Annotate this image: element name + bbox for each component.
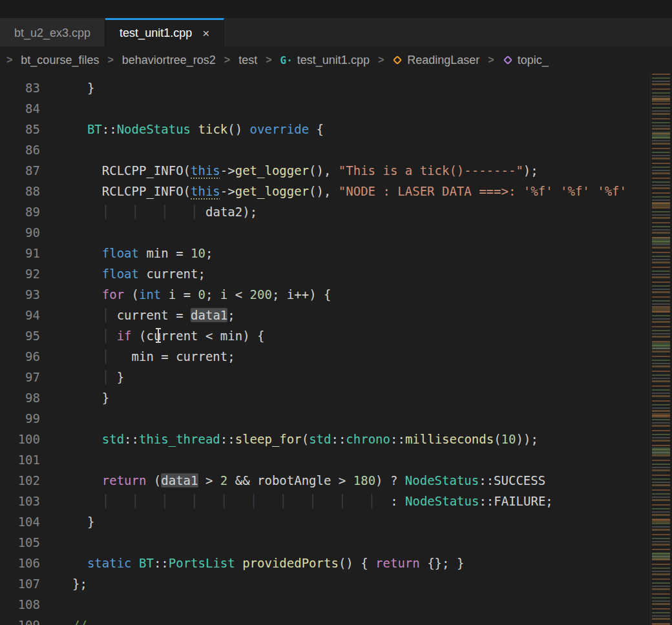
code-token: i =	[161, 287, 198, 302]
line-number[interactable]: 90	[0, 222, 40, 243]
line-number[interactable]: 102	[0, 470, 40, 491]
code-token: float	[102, 246, 139, 260]
line-number[interactable]: 100	[0, 429, 40, 449]
indent-guide: │	[102, 308, 109, 322]
line-number[interactable]: 92	[0, 263, 40, 284]
code-line[interactable]: 83 }	[0, 77, 650, 98]
code-token: ->	[220, 163, 235, 178]
line-number[interactable]: 106	[0, 553, 40, 573]
line-number[interactable]: 98	[0, 387, 40, 408]
code-line[interactable]: 93 for (int i = 0; i < 200; i++) {	[0, 284, 650, 305]
breadcrumb-item-test[interactable]: test	[238, 54, 257, 67]
line-number[interactable]: 87	[0, 160, 40, 181]
line-number[interactable]: 101	[0, 449, 40, 470]
line-number[interactable]: 85	[0, 119, 40, 139]
line-number[interactable]: 104	[0, 511, 40, 532]
line-number[interactable]: 103	[0, 491, 40, 511]
code-line[interactable]: 87 RCLCPP_INFO(this->get_logger(), "This…	[0, 160, 650, 181]
line-number[interactable]: 95	[0, 325, 40, 346]
chevron-right-icon: >	[266, 54, 271, 66]
code-token: );	[523, 163, 538, 178]
code-line[interactable]: 100 std::this_thread::sleep_for(std::chr…	[0, 429, 650, 449]
code-line[interactable]: 91 float min = 10;	[0, 243, 650, 263]
minimap[interactable]	[650, 74, 672, 625]
line-number[interactable]: 84	[0, 98, 40, 119]
code-line[interactable]: 98 }	[0, 387, 650, 408]
code-line[interactable]: 90	[0, 222, 650, 243]
code-line[interactable]: 102 return (data1 > 2 && robotAngle > 18…	[0, 470, 650, 491]
code-token: "NODE : LASER DATA ===>: '%f' '%f' '%f'	[339, 184, 627, 198]
code-token: 180	[353, 473, 375, 487]
code-token: ::	[124, 432, 139, 446]
chevron-right-icon: >	[6, 54, 12, 66]
code-lines[interactable]: 83 }8485 BT::NodeStatus tick() override …	[0, 74, 650, 625]
line-number[interactable]: 107	[0, 573, 40, 594]
line-number[interactable]: 99	[0, 408, 40, 429]
code-line[interactable]: 95 │ if (current < min) {	[0, 325, 650, 346]
breadcrumb-label: test	[238, 54, 257, 67]
code-token	[346, 494, 368, 508]
code-token: (),	[309, 184, 339, 198]
indent-guide: │	[191, 205, 198, 219]
line-number[interactable]: 105	[0, 532, 40, 553]
code-line[interactable]: 94 │ current = data1;	[0, 305, 650, 325]
code-token	[169, 494, 191, 508]
code-token: {}; }	[420, 556, 465, 570]
breadcrumb-label: test_unit1.cpp	[297, 54, 370, 67]
code-line[interactable]: 86	[0, 139, 650, 160]
code-token: static	[87, 556, 132, 570]
code-token: {	[309, 122, 324, 136]
code-line[interactable]: 88 RCLCPP_INFO(this->get_logger(), "NODE…	[0, 181, 650, 201]
code-token: (	[124, 287, 139, 302]
code-token: std	[102, 432, 124, 446]
line-number[interactable]: 94	[0, 305, 40, 325]
indent-guide: │	[279, 494, 286, 508]
line-number[interactable]: 108	[0, 594, 40, 615]
breadcrumb-item-behaviortree_ros2[interactable]: behaviortree_ros2	[122, 54, 216, 67]
code-line[interactable]: 89 │ │ │ │ data2);	[0, 201, 650, 222]
code-line[interactable]: 96 │ min = current;	[0, 346, 650, 367]
code-line[interactable]: 108	[0, 594, 650, 615]
code-text: │ │ │ │ │ │ │ │ │ │ : NodeStatus::FAILUR…	[72, 491, 553, 511]
code-line[interactable]: 103 │ │ │ │ │ │ │ │ │ │ : NodeStatus::FA…	[0, 491, 650, 511]
tab-test_unit1.cpp[interactable]: test_unit1.cpp×	[105, 18, 224, 46]
line-number[interactable]: 86	[0, 139, 40, 160]
ibeam-cursor	[158, 329, 159, 342]
breadcrumb-item-bt_course_files[interactable]: bt_course_files	[21, 54, 99, 67]
line-number[interactable]: 88	[0, 181, 40, 201]
code-text: for (int i = 0; i < 200; i++) {	[72, 284, 331, 305]
code-line[interactable]: 109//-----------------------------------…	[0, 615, 650, 625]
code-line[interactable]: 107};	[0, 573, 650, 594]
line-number[interactable]: 97	[0, 367, 40, 387]
code-line[interactable]: 99	[0, 408, 650, 429]
close-icon[interactable]: ×	[202, 27, 209, 39]
line-number[interactable]: 83	[0, 77, 40, 98]
code-line[interactable]: 101	[0, 449, 650, 470]
code-line[interactable]: 105	[0, 532, 650, 553]
code-token	[235, 556, 242, 570]
code-line[interactable]: 84	[0, 98, 650, 119]
code-token: PortsList	[169, 556, 235, 570]
code-token: ::SUCCESS	[479, 473, 545, 487]
line-number[interactable]: 96	[0, 346, 40, 367]
code-text: return (data1 > 2 && robotAngle > 180) ?…	[72, 470, 545, 491]
code-text: │ if (current < min) {	[72, 325, 264, 346]
line-number[interactable]: 91	[0, 243, 40, 263]
line-number[interactable]: 109	[0, 615, 40, 625]
code-token: (),	[309, 163, 339, 178]
breadcrumb-item-ReadingLaser[interactable]: ReadingLaser	[392, 54, 479, 67]
code-line[interactable]: 85 BT::NodeStatus tick() override {	[0, 119, 650, 139]
breadcrumb-item-topic_[interactable]: topic_	[503, 54, 549, 67]
code-line[interactable]: 104 }	[0, 511, 650, 532]
code-token: min = current;	[109, 349, 235, 364]
code-line[interactable]: 92 float current;	[0, 263, 650, 284]
tab-bt_u2_ex3.cpp[interactable]: bt_u2_ex3.cpp	[0, 18, 105, 46]
breadcrumb-item-test_unit1cpp[interactable]: G·test_unit1.cpp	[280, 54, 370, 67]
line-number[interactable]: 89	[0, 201, 40, 222]
line-number[interactable]: 93	[0, 284, 40, 305]
code-line[interactable]: 106 static BT::PortsList providedPorts()…	[0, 553, 650, 573]
code-token: ::	[154, 556, 169, 570]
code-line[interactable]: 97 │ }	[0, 367, 650, 387]
code-token: ::	[390, 432, 405, 446]
code-token: 0	[198, 287, 205, 302]
